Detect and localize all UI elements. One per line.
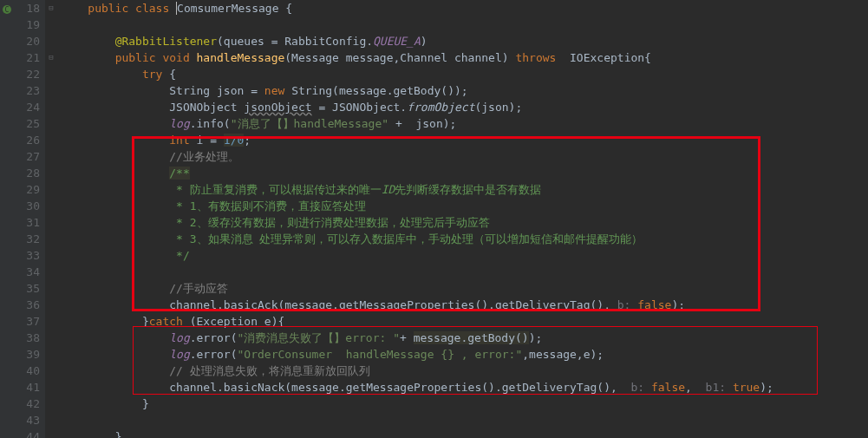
code-line[interactable]: String json = new String(message.getBody…	[61, 82, 868, 99]
code-line[interactable]: JSONObject jsonObject = JSONObject.fromO…	[61, 99, 868, 115]
code-line[interactable]: try {	[61, 66, 868, 82]
code-line[interactable]	[61, 16, 868, 33]
line-number: 44	[26, 430, 40, 438]
code-line[interactable]: }catch (Exception e){	[61, 313, 868, 330]
gutter-line: 33	[0, 247, 45, 264]
gutter-line: 32	[0, 231, 45, 247]
code-line[interactable]	[61, 264, 868, 280]
gutter-line: 20	[0, 33, 45, 49]
code-line[interactable]: * 1、有数据则不消费，直接应答处理	[61, 198, 868, 214]
line-number: 34	[26, 265, 40, 278]
line-gutter: C 18 19 20 21 22 23 24 25 26 27 28 29 30…	[0, 0, 45, 438]
code-line[interactable]: // 处理消息失败，将消息重新放回队列	[61, 363, 868, 379]
line-number: 28	[26, 167, 40, 180]
code-line[interactable]: * 2、缓存没有数据，则进行消费处理数据，处理完后手动应答	[61, 214, 868, 231]
gutter-line: 21	[0, 49, 45, 66]
line-number: 32	[26, 232, 40, 245]
code-line[interactable]: //手动应答	[61, 280, 868, 297]
gutter-line: 41	[0, 379, 45, 396]
gutter-line: 42	[0, 396, 45, 412]
line-number: 43	[26, 414, 40, 427]
line-number: 29	[26, 183, 40, 196]
gutter-line: 36	[0, 297, 45, 313]
code-line[interactable]: * 防止重复消费，可以根据传过来的唯一ID先判断缓存数据中是否有数据	[61, 181, 868, 198]
code-line[interactable]: channel.basicAck(message.getMessagePrope…	[61, 297, 868, 313]
code-line[interactable]: /**	[61, 165, 868, 181]
fold-toggle-icon[interactable]: ⊟	[47, 3, 55, 12]
gutter-line: 31	[0, 214, 45, 231]
code-line[interactable]: int i = 1/0;	[61, 132, 868, 148]
code-line[interactable]: log.info("消息了【】handleMessage" + json);	[61, 115, 868, 132]
code-line[interactable]: * 3、如果消息 处理异常则，可以存入数据库中，手动处理（可以增加短信和邮件提醒…	[61, 231, 868, 247]
line-number: 23	[26, 84, 40, 97]
gutter-line: 39	[0, 346, 45, 363]
fold-column: ⊟ ⊟	[45, 0, 57, 438]
line-number: 38	[26, 331, 40, 344]
line-number: 35	[26, 282, 40, 295]
code-line[interactable]: }	[61, 396, 868, 412]
line-number: 25	[26, 117, 40, 130]
code-line[interactable]: public class ComsumerMessage {	[61, 0, 868, 16]
line-number: 37	[26, 315, 40, 328]
code-line[interactable]: }	[61, 428, 868, 438]
code-line[interactable]: channel.basicNack(message.getMessageProp…	[61, 379, 868, 396]
gutter-line: 37	[0, 313, 45, 330]
gutter-line: 23	[0, 82, 45, 99]
line-number: 30	[26, 199, 40, 212]
gutter-line: C 18	[0, 0, 45, 16]
gutter-line: 25	[0, 115, 45, 132]
code-line[interactable]: log.error("OrderConsumer handleMessage {…	[61, 346, 868, 363]
gutter-line: 29	[0, 181, 45, 198]
gutter-line: 30	[0, 198, 45, 214]
line-number: 26	[26, 134, 40, 147]
gutter-line: 27	[0, 148, 45, 165]
gutter-line: 38	[0, 330, 45, 346]
code-line[interactable]	[61, 412, 868, 428]
gutter-line: 19	[0, 16, 45, 33]
line-number: 33	[26, 249, 40, 262]
code-line[interactable]: @RabbitListener(queues = RabbitConfig.QU…	[61, 33, 868, 49]
line-number: 40	[26, 364, 40, 377]
line-number: 24	[26, 101, 40, 114]
gutter-line: 35	[0, 280, 45, 297]
gutter-line: 28	[0, 165, 45, 181]
line-number: 36	[26, 298, 40, 311]
gutter-line: 26	[0, 132, 45, 148]
line-number: 20	[26, 35, 40, 48]
gutter-line: 44	[0, 428, 45, 438]
line-number: 42	[26, 397, 40, 410]
line-number: 39	[26, 348, 40, 361]
code-line[interactable]: */	[61, 247, 868, 264]
code-line[interactable]: public void handleMessage(Message messag…	[61, 49, 868, 66]
code-line[interactable]: //业务处理。	[61, 148, 868, 165]
code-area[interactable]: public class ComsumerMessage { @RabbitLi…	[57, 0, 868, 438]
gutter-line: 34	[0, 264, 45, 280]
line-number: 19	[26, 18, 40, 31]
line-number: 31	[26, 216, 40, 229]
line-number: 22	[26, 68, 40, 81]
line-number: 18	[26, 2, 40, 15]
line-number: 27	[26, 150, 40, 163]
svg-text:C: C	[5, 6, 10, 14]
code-editor: C 18 19 20 21 22 23 24 25 26 27 28 29 30…	[0, 0, 868, 438]
fold-toggle-icon[interactable]: ⊟	[47, 53, 55, 62]
gutter-line: 24	[0, 99, 45, 115]
code-line[interactable]: log.error("消费消息失败了【】error: "+ message.ge…	[61, 330, 868, 346]
line-number: 21	[26, 51, 40, 64]
line-number: 41	[26, 381, 40, 394]
gutter-line: 22	[0, 66, 45, 82]
gutter-line: 43	[0, 412, 45, 428]
gutter-line: 40	[0, 363, 45, 379]
gutter-icon-class: C	[2, 3, 12, 13]
